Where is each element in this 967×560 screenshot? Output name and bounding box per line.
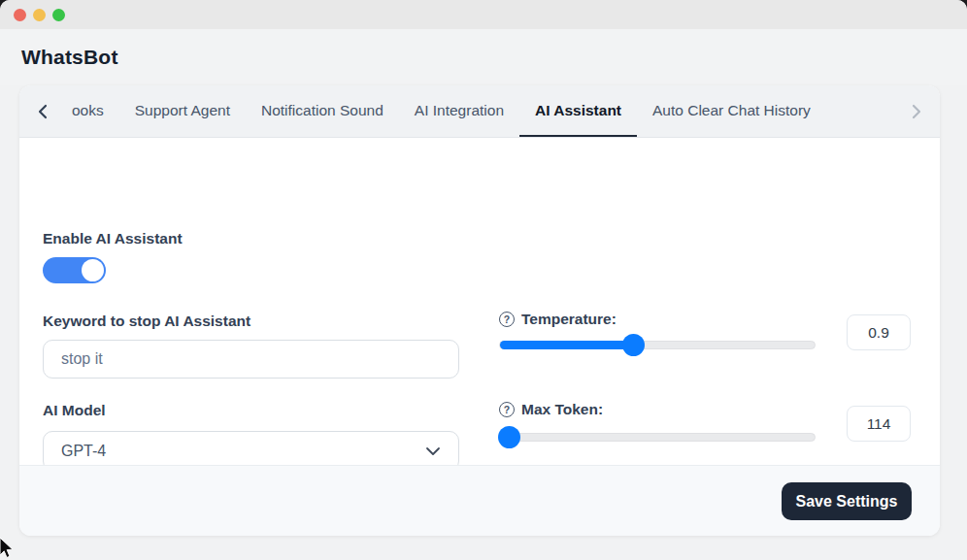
keyword-input[interactable] — [43, 340, 459, 379]
enable-ai-assistant-toggle[interactable] — [43, 257, 106, 283]
card-footer: Save Settings — [19, 465, 940, 536]
settings-card: ooks Support Agent Notification Sound AI… — [19, 85, 940, 536]
max-token-help-icon[interactable]: ? — [499, 402, 515, 417]
temperature-value-box[interactable]: 0.9 — [847, 314, 911, 350]
tabs-scroll-right-button[interactable] — [903, 85, 930, 137]
app-window: WhatsBot ooks Support Agent Notification… — [0, 0, 967, 560]
chevron-right-icon — [911, 104, 922, 119]
tabs-scroll-left-button[interactable] — [29, 85, 56, 137]
save-settings-button[interactable]: Save Settings — [782, 482, 912, 520]
max-token-label-row: ? Max Token: — [499, 401, 603, 418]
close-button[interactable] — [14, 9, 26, 21]
tab-ai-assistant[interactable]: AI Assistant — [519, 85, 637, 137]
enable-ai-assistant-label: Enable AI Assistant — [43, 230, 183, 247]
zoom-button[interactable] — [52, 9, 65, 21]
tab-auto-clear-chat-history[interactable]: Auto Clear Chat History — [637, 85, 826, 137]
ai-model-label: AI Model — [43, 402, 106, 419]
app-header: WhatsBot — [0, 29, 967, 85]
titlebar — [0, 0, 967, 29]
tab-notification-sound[interactable]: Notification Sound — [246, 85, 399, 137]
toggle-knob — [82, 259, 104, 281]
page-title: WhatsBot — [21, 46, 118, 69]
temperature-slider[interactable] — [499, 341, 816, 349]
minimize-button[interactable] — [33, 9, 46, 21]
max-token-label: Max Token: — [521, 401, 603, 418]
temperature-help-icon[interactable]: ? — [499, 312, 515, 327]
temperature-slider-thumb[interactable] — [622, 334, 645, 356]
temperature-label-row: ? Temperature: — [499, 311, 617, 328]
max-token-value-box[interactable]: 114 — [847, 406, 911, 442]
chevron-left-icon — [37, 104, 49, 119]
ai-model-selected-value: GPT-4 — [61, 443, 106, 460]
keyword-label: Keyword to stop AI Assistant — [43, 313, 250, 330]
chevron-down-icon — [425, 446, 441, 456]
max-token-slider[interactable] — [499, 433, 816, 442]
temperature-slider-fill — [500, 341, 634, 349]
max-token-slider-thumb[interactable] — [498, 426, 520, 448]
tab-support-agent[interactable]: Support Agent — [119, 85, 246, 137]
tab-ai-integration[interactable]: AI Integration — [399, 85, 519, 137]
tab-bar: ooks Support Agent Notification Sound AI… — [19, 85, 940, 138]
temperature-label: Temperature: — [521, 311, 617, 328]
mouse-cursor — [0, 537, 17, 560]
tab-webhooks[interactable]: ooks — [56, 85, 119, 137]
max-token-slider-fill — [500, 433, 510, 442]
